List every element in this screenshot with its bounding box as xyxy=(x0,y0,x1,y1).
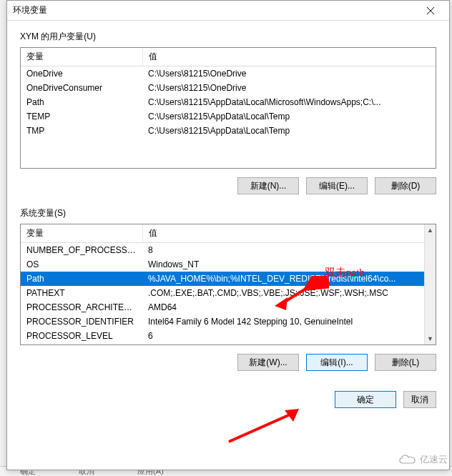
dialog-title: 环境变量 xyxy=(13,4,418,16)
watermark: 亿速云 xyxy=(398,453,448,466)
table-row[interactable]: OneDriveC:\Users\81215\OneDrive xyxy=(21,66,436,81)
table-row[interactable]: OneDriveConsumerC:\Users\81215\OneDrive xyxy=(21,81,436,95)
table-row[interactable]: PROCESSOR_IDENTIFIERIntel64 Family 6 Mod… xyxy=(21,314,436,329)
sys-edit-button[interactable]: 编辑(I)... xyxy=(306,354,368,371)
cloud-icon xyxy=(398,454,417,465)
table-row[interactable]: TEMPC:\Users\81215\AppData\Local\Temp xyxy=(21,109,436,124)
table-row[interactable]: PROCESSOR_LEVEL6 xyxy=(21,329,436,343)
table-row[interactable]: PathC:\Users\81215\AppData\Local\Microso… xyxy=(21,95,436,109)
table-row[interactable]: PROCESSOR_ARCHITECT...AMD64 xyxy=(21,300,436,314)
user-col-var[interactable]: 变量 xyxy=(21,48,142,66)
sys-vars-label: 系统变量(S) xyxy=(20,207,436,219)
titlebar[interactable]: 环境变量 xyxy=(7,1,449,21)
user-vars-table[interactable]: 变量 值 OneDriveC:\Users\81215\OneDrive One… xyxy=(20,47,436,169)
ok-button[interactable]: 确定 xyxy=(335,391,396,408)
user-edit-button[interactable]: 编辑(E)... xyxy=(306,177,368,194)
sys-col-var[interactable]: 变量 xyxy=(21,224,142,243)
cancel-button[interactable]: 取消 xyxy=(403,391,436,408)
sys-col-val[interactable]: 值 xyxy=(142,224,436,243)
scroll-down-icon[interactable]: ▼ xyxy=(425,333,436,344)
sys-vars-table[interactable]: 变量 值 NUMBER_OF_PROCESSORS8 OSWindows_NT … xyxy=(20,224,436,345)
close-icon xyxy=(427,7,434,14)
table-row[interactable]: NUMBER_OF_PROCESSORS8 xyxy=(21,243,436,258)
watermark-text: 亿速云 xyxy=(420,453,448,466)
user-delete-button[interactable]: 删除(D) xyxy=(375,177,436,194)
user-vars-label: XYM 的用户变量(U) xyxy=(20,31,436,43)
sys-scrollbar[interactable]: ▲ ▼ xyxy=(424,224,436,344)
close-button[interactable] xyxy=(418,3,443,19)
sys-new-button[interactable]: 新建(W)... xyxy=(237,354,299,371)
sys-delete-button[interactable]: 删除(L) xyxy=(375,354,436,371)
table-row[interactable]: OSWindows_NT xyxy=(21,257,436,272)
scroll-up-icon[interactable]: ▲ xyxy=(425,224,436,236)
user-new-button[interactable]: 新建(N)... xyxy=(237,177,299,194)
env-vars-dialog: 环境变量 XYM 的用户变量(U) 变量 值 OneDriveC:\Users\… xyxy=(6,0,450,470)
table-row-path[interactable]: Path%JAVA_HOME%\bin;%INTEL_DEV_REDIST%re… xyxy=(21,272,436,286)
table-row[interactable]: PATHEXT.COM;.EXE;.BAT;.CMD;.VBS;.VBE;.JS… xyxy=(21,286,436,300)
user-col-val[interactable]: 值 xyxy=(142,48,436,66)
table-row[interactable]: TMPC:\Users\81215\AppData\Local\Temp xyxy=(21,124,436,138)
